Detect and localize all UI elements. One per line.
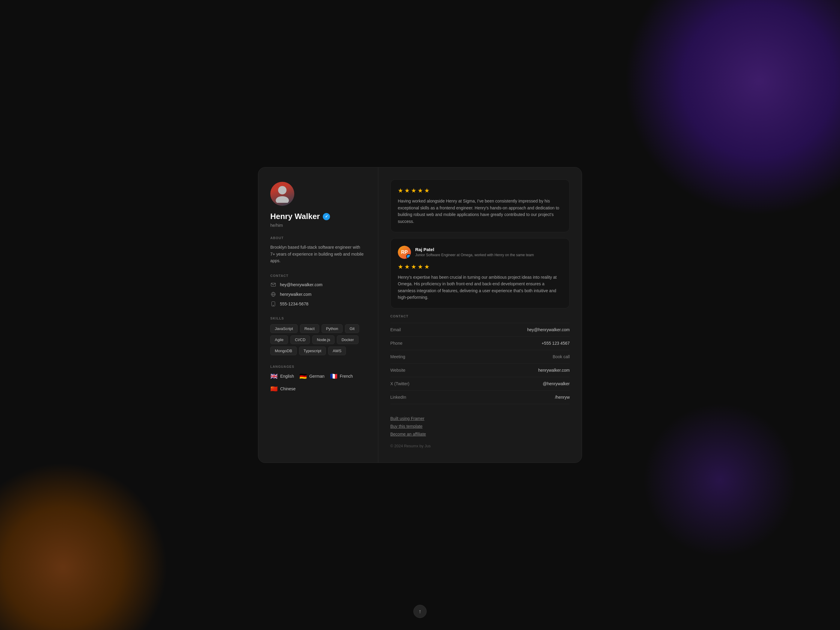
globe-icon [270,291,276,297]
skill-tag: Python [322,324,343,333]
bg-blob-right2 [630,390,810,570]
avatar-svg [275,185,290,203]
contact-right-row: Phone+555 123 4567 [390,336,570,350]
flag-icon: 🇩🇪 [299,373,307,380]
scroll-top-button[interactable]: ↑ [414,605,426,618]
phone-item: 555-1234-5678 [270,301,366,307]
scroll-top-icon: ↑ [419,608,422,615]
contact-right-label: CONTACT [390,314,570,318]
footer-link[interactable]: Built using Framer [390,416,570,421]
skills-label: SKILLS [270,316,366,320]
reviewer-avatar-2: RP [398,246,411,259]
languages-section: LANGUAGES 🇬🇧English🇩🇪German🇫🇷French🇨🇳Chi… [270,365,366,392]
skill-tag: JavaScript [270,324,298,333]
email-item: hey@henrywalker.com [270,282,366,288]
languages-label: LANGUAGES [270,365,366,368]
contact-key: LinkedIn [390,395,406,399]
skill-tag: Agile [270,335,288,344]
verified-badge [323,213,330,220]
language-name: German [309,374,325,379]
review-card-1: ★ ★ ★ ★ ★ Having worked alongside Henry … [390,179,570,232]
skill-tag: Node.js [312,335,335,344]
reviewer-row-2: RP Raj Patel Junior Software Engineer at… [398,246,562,259]
footer-links: Built using FramerBuy this templateBecom… [390,416,570,436]
contact-right-rows: Emailhey@henrywalker.comPhone+555 123 45… [390,323,570,404]
profile-name: Henry Walker [270,212,320,221]
contact-key: X (Twitter) [390,381,409,386]
contact-key: Website [390,368,405,373]
reviewer-initials-2: RP [401,249,408,255]
footer-link[interactable]: Buy this template [390,424,570,429]
contact-key: Meeting [390,354,405,359]
languages-grid: 🇬🇧English🇩🇪German🇫🇷French🇨🇳Chinese [270,373,366,392]
contact-value: +555 123 4567 [542,341,570,346]
skill-tag: Typescript [299,346,326,355]
contact-section-left: CONTACT hey@henrywalker.com [270,274,366,307]
contact-right-row: Emailhey@henrywalker.com [390,323,570,336]
about-text: Brooklyn based full-stack software engin… [270,244,366,264]
bg-blob-right [624,0,840,216]
language-item: 🇨🇳Chinese [270,385,295,392]
skill-tag: MongoDB [270,346,297,355]
contact-key: Email [390,327,401,332]
contact-key: Phone [390,341,402,346]
review-card-2: RP Raj Patel Junior Software Engineer at… [390,238,570,308]
website-value: henrywalker.com [280,292,311,297]
left-panel: Henry Walker he/him ABOUT Brooklyn based… [258,167,378,462]
review-text-1: Having worked alongside Henry at Sigma, … [398,198,562,225]
contact-value: Book call [553,354,570,359]
skill-tag: Git [345,324,359,333]
right-panel: ★ ★ ★ ★ ★ Having worked alongside Henry … [378,167,582,462]
footer-link[interactable]: Become an affiliate [390,432,570,436]
language-item: 🇬🇧English [270,373,294,380]
profile-card: Henry Walker he/him ABOUT Brooklyn based… [258,167,582,463]
contact-right-row: X (Twitter)@henrywalker [390,377,570,391]
language-name: English [280,374,294,379]
about-label: ABOUT [270,236,366,240]
reviewer-info-2: Raj Patel Junior Software Engineer at Om… [415,247,534,258]
flag-icon: 🇬🇧 [270,373,278,380]
avatar [270,182,294,206]
stars-2: ★ ★ ★ ★ ★ [398,263,562,270]
skill-tag: CI/CD [291,335,310,344]
contact-right-row: MeetingBook call [390,350,570,363]
contact-value: /henryw [555,395,570,399]
contact-right-row: LinkedIn/henryw [390,391,570,404]
skill-tag: React [300,324,319,333]
language-name: French [340,374,353,379]
reviewer-name-2: Raj Patel [415,247,534,252]
svg-point-0 [278,186,286,194]
contact-label-left: CONTACT [270,274,366,278]
skill-tag: Docker [337,335,358,344]
reviewer-title-2: Junior Software Engineer at Omega, worke… [415,253,534,258]
language-name: Chinese [280,387,295,391]
skills-section: SKILLS JavaScriptReactPythonGitAgileCI/C… [270,316,366,355]
stars-1: ★ ★ ★ ★ ★ [398,187,562,194]
svg-point-1 [276,196,289,203]
contact-value: henrywalker.com [538,368,570,373]
skills-grid: JavaScriptReactPythonGitAgileCI/CDNode.j… [270,324,366,355]
phone-value: 555-1234-5678 [280,302,308,306]
flag-icon: 🇫🇷 [330,373,338,380]
contact-right-row: Websitehenrywalker.com [390,363,570,377]
copyright: © 2024 Resumx by Jus [390,444,570,448]
bg-blob-left [0,462,168,630]
email-icon [270,282,276,288]
svg-rect-7 [273,305,274,306]
skill-tag: AWS [328,346,346,355]
phone-icon [270,301,276,307]
website-item: henrywalker.com [270,291,366,297]
language-item: 🇫🇷French [330,373,353,380]
contact-value: @henrywalker [543,381,570,386]
email-value: hey@henrywalker.com [280,282,322,287]
pronouns: he/him [270,223,366,228]
contact-value: hey@henrywalker.com [527,327,570,332]
name-row: Henry Walker [270,212,366,221]
contact-right-section: CONTACT Emailhey@henrywalker.comPhone+55… [390,314,570,404]
review-text-2: Henry's expertise has been crucial in tu… [398,274,562,301]
language-item: 🇩🇪German [299,373,325,380]
flag-icon: 🇨🇳 [270,385,278,392]
reviewer-badge-2 [406,254,411,259]
